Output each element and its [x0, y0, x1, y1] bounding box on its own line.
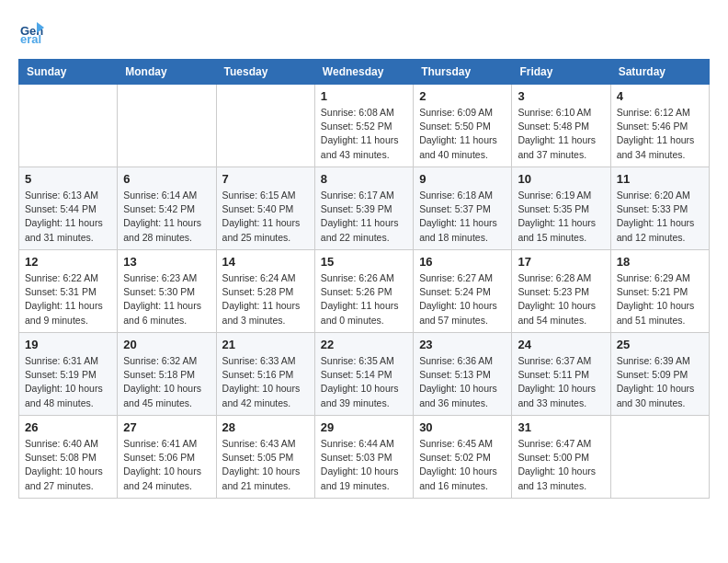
day-info: Sunrise: 6:23 AM Sunset: 5:30 PM Dayligh… — [123, 271, 210, 327]
calendar-cell: 20Sunrise: 6:32 AM Sunset: 5:18 PM Dayli… — [118, 333, 216, 416]
weekday-header: Wednesday — [314, 60, 413, 85]
day-number: 27 — [123, 420, 210, 434]
calendar-cell: 21Sunrise: 6:33 AM Sunset: 5:16 PM Dayli… — [216, 333, 314, 416]
calendar-cell: 30Sunrise: 6:45 AM Sunset: 5:02 PM Dayli… — [414, 416, 512, 499]
day-info: Sunrise: 6:26 AM Sunset: 5:26 PM Dayligh… — [321, 271, 407, 327]
calendar-cell: 25Sunrise: 6:39 AM Sunset: 5:09 PM Dayli… — [610, 333, 709, 416]
weekday-header: Monday — [118, 60, 216, 85]
day-info: Sunrise: 6:12 AM Sunset: 5:46 PM Dayligh… — [617, 106, 703, 162]
day-info: Sunrise: 6:24 AM Sunset: 5:28 PM Dayligh… — [222, 271, 309, 327]
day-info: Sunrise: 6:31 AM Sunset: 5:19 PM Dayligh… — [25, 354, 111, 410]
calendar-cell: 6Sunrise: 6:14 AM Sunset: 5:42 PM Daylig… — [118, 167, 216, 250]
calendar-cell: 8Sunrise: 6:17 AM Sunset: 5:39 PM Daylig… — [314, 167, 413, 250]
day-info: Sunrise: 6:15 AM Sunset: 5:40 PM Dayligh… — [222, 189, 309, 245]
day-info: Sunrise: 6:36 AM Sunset: 5:13 PM Dayligh… — [419, 354, 506, 410]
calendar-cell: 29Sunrise: 6:44 AM Sunset: 5:03 PM Dayli… — [314, 416, 413, 499]
day-info: Sunrise: 6:08 AM Sunset: 5:52 PM Dayligh… — [321, 106, 407, 162]
calendar-cell — [216, 85, 314, 167]
calendar-week-row: 1Sunrise: 6:08 AM Sunset: 5:52 PM Daylig… — [19, 85, 710, 167]
calendar-cell: 16Sunrise: 6:27 AM Sunset: 5:24 PM Dayli… — [414, 250, 512, 333]
calendar-cell: 10Sunrise: 6:19 AM Sunset: 5:35 PM Dayli… — [512, 167, 610, 250]
day-info: Sunrise: 6:19 AM Sunset: 5:35 PM Dayligh… — [518, 189, 604, 245]
day-number: 11 — [617, 172, 703, 186]
calendar-cell: 11Sunrise: 6:20 AM Sunset: 5:33 PM Dayli… — [610, 167, 709, 250]
day-info: Sunrise: 6:43 AM Sunset: 5:05 PM Dayligh… — [222, 437, 309, 493]
day-info: Sunrise: 6:14 AM Sunset: 5:42 PM Dayligh… — [123, 189, 210, 245]
day-info: Sunrise: 6:29 AM Sunset: 5:21 PM Dayligh… — [617, 271, 703, 327]
day-info: Sunrise: 6:13 AM Sunset: 5:44 PM Dayligh… — [25, 189, 111, 245]
day-number: 31 — [518, 420, 604, 434]
day-number: 18 — [617, 255, 703, 269]
day-info: Sunrise: 6:22 AM Sunset: 5:31 PM Dayligh… — [25, 271, 111, 327]
day-info: Sunrise: 6:37 AM Sunset: 5:11 PM Dayligh… — [518, 354, 604, 410]
day-number: 22 — [321, 338, 407, 351]
day-number: 25 — [617, 338, 703, 351]
day-number: 30 — [419, 420, 506, 434]
calendar-cell — [610, 416, 709, 499]
day-number: 16 — [419, 255, 506, 269]
calendar-cell: 2Sunrise: 6:09 AM Sunset: 5:50 PM Daylig… — [414, 85, 512, 167]
day-number: 29 — [321, 420, 407, 434]
page-header: Gen eral — [18, 18, 710, 44]
day-number: 23 — [419, 338, 506, 351]
weekday-header: Tuesday — [216, 60, 314, 85]
calendar-cell: 3Sunrise: 6:10 AM Sunset: 5:48 PM Daylig… — [512, 85, 610, 167]
day-number: 6 — [123, 172, 210, 186]
logo: Gen eral — [18, 18, 48, 44]
day-number: 24 — [518, 338, 604, 351]
day-info: Sunrise: 6:17 AM Sunset: 5:39 PM Dayligh… — [321, 189, 407, 245]
calendar-cell: 28Sunrise: 6:43 AM Sunset: 5:05 PM Dayli… — [216, 416, 314, 499]
day-number: 4 — [617, 89, 703, 103]
calendar-cell: 12Sunrise: 6:22 AM Sunset: 5:31 PM Dayli… — [19, 250, 118, 333]
calendar-cell: 4Sunrise: 6:12 AM Sunset: 5:46 PM Daylig… — [610, 85, 709, 167]
day-number: 28 — [222, 420, 309, 434]
day-number: 2 — [419, 89, 506, 103]
calendar-cell: 1Sunrise: 6:08 AM Sunset: 5:52 PM Daylig… — [314, 85, 413, 167]
day-info: Sunrise: 6:27 AM Sunset: 5:24 PM Dayligh… — [419, 271, 506, 327]
day-number: 14 — [222, 255, 309, 269]
day-number: 8 — [321, 172, 407, 186]
calendar-week-row: 26Sunrise: 6:40 AM Sunset: 5:08 PM Dayli… — [19, 416, 710, 499]
day-info: Sunrise: 6:09 AM Sunset: 5:50 PM Dayligh… — [419, 106, 506, 162]
calendar-cell: 9Sunrise: 6:18 AM Sunset: 5:37 PM Daylig… — [414, 167, 512, 250]
day-number: 26 — [25, 420, 111, 434]
day-number: 21 — [222, 338, 309, 351]
calendar-cell: 23Sunrise: 6:36 AM Sunset: 5:13 PM Dayli… — [414, 333, 512, 416]
day-info: Sunrise: 6:41 AM Sunset: 5:06 PM Dayligh… — [123, 437, 210, 493]
day-number: 7 — [222, 172, 309, 186]
weekday-header-row: SundayMondayTuesdayWednesdayThursdayFrid… — [19, 60, 710, 85]
calendar-week-row: 12Sunrise: 6:22 AM Sunset: 5:31 PM Dayli… — [19, 250, 710, 333]
day-info: Sunrise: 6:20 AM Sunset: 5:33 PM Dayligh… — [617, 189, 703, 245]
day-number: 12 — [25, 255, 111, 269]
day-number: 3 — [518, 89, 604, 103]
calendar-cell: 17Sunrise: 6:28 AM Sunset: 5:23 PM Dayli… — [512, 250, 610, 333]
weekday-header: Sunday — [19, 60, 118, 85]
day-number: 20 — [123, 338, 210, 351]
calendar-week-row: 5Sunrise: 6:13 AM Sunset: 5:44 PM Daylig… — [19, 167, 710, 250]
day-number: 15 — [321, 255, 407, 269]
logo-icon: Gen eral — [18, 18, 44, 44]
day-number: 10 — [518, 172, 604, 186]
calendar-cell — [118, 85, 216, 167]
day-info: Sunrise: 6:33 AM Sunset: 5:16 PM Dayligh… — [222, 354, 309, 410]
calendar-table: SundayMondayTuesdayWednesdayThursdayFrid… — [18, 59, 710, 499]
day-number: 17 — [518, 255, 604, 269]
day-number: 13 — [123, 255, 210, 269]
svg-text:eral: eral — [20, 32, 41, 44]
day-number: 1 — [321, 89, 407, 103]
day-info: Sunrise: 6:45 AM Sunset: 5:02 PM Dayligh… — [419, 437, 506, 493]
day-info: Sunrise: 6:10 AM Sunset: 5:48 PM Dayligh… — [518, 106, 604, 162]
weekday-header: Friday — [512, 60, 610, 85]
day-info: Sunrise: 6:35 AM Sunset: 5:14 PM Dayligh… — [321, 354, 407, 410]
calendar-cell — [19, 85, 118, 167]
calendar-cell: 5Sunrise: 6:13 AM Sunset: 5:44 PM Daylig… — [19, 167, 118, 250]
day-info: Sunrise: 6:47 AM Sunset: 5:00 PM Dayligh… — [518, 437, 604, 493]
day-info: Sunrise: 6:39 AM Sunset: 5:09 PM Dayligh… — [617, 354, 703, 410]
weekday-header: Saturday — [610, 60, 709, 85]
calendar-cell: 19Sunrise: 6:31 AM Sunset: 5:19 PM Dayli… — [19, 333, 118, 416]
day-info: Sunrise: 6:44 AM Sunset: 5:03 PM Dayligh… — [321, 437, 407, 493]
calendar-week-row: 19Sunrise: 6:31 AM Sunset: 5:19 PM Dayli… — [19, 333, 710, 416]
day-number: 9 — [419, 172, 506, 186]
weekday-header: Thursday — [414, 60, 512, 85]
day-info: Sunrise: 6:28 AM Sunset: 5:23 PM Dayligh… — [518, 271, 604, 327]
